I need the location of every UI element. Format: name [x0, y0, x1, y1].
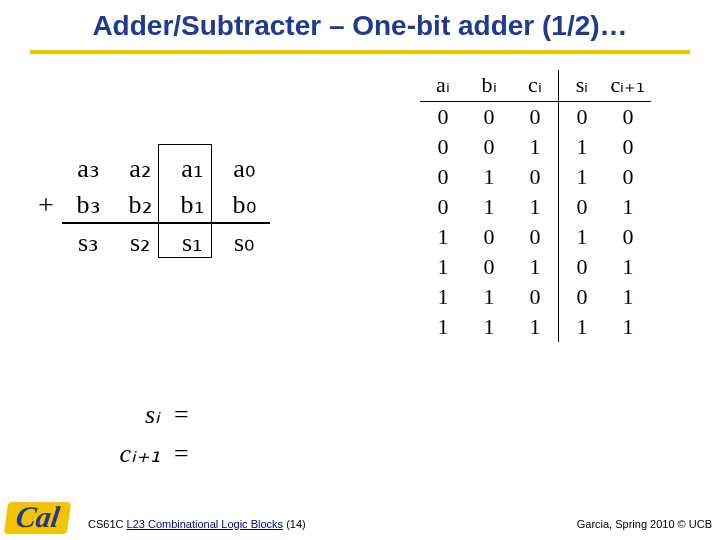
- eq-si-eq: =: [174, 395, 189, 434]
- equations-block: sᵢ = cᵢ₊₁ =: [90, 395, 189, 473]
- truth-cell: 0: [559, 192, 606, 222]
- truth-cell: 1: [466, 192, 512, 222]
- slide: Adder/Subtracter – One-bit adder (1/2)… …: [0, 0, 720, 540]
- truth-cell: 0: [420, 192, 466, 222]
- s1: s₁: [166, 223, 218, 260]
- s2: s₂: [114, 223, 166, 260]
- footer-page-num: (14): [283, 518, 306, 530]
- truth-cell: 0: [420, 132, 466, 162]
- truth-table: aᵢ bᵢ cᵢ sᵢ cᵢ₊₁ 00000001100101001101100…: [420, 70, 651, 342]
- row-a: a₃ a₂ a₁ a₀: [30, 150, 270, 186]
- th-ci1: cᵢ₊₁: [605, 70, 651, 102]
- truth-cell: 1: [420, 252, 466, 282]
- truth-cell: 1: [420, 282, 466, 312]
- truth-cell: 1: [559, 222, 606, 252]
- truth-cell: 1: [420, 312, 466, 342]
- b3: b₃: [62, 186, 114, 223]
- a2: a₂: [114, 150, 166, 186]
- b0: b₀: [218, 186, 270, 223]
- truth-cell: 1: [512, 192, 559, 222]
- truth-cell: 0: [605, 102, 651, 133]
- truth-row: 10010: [420, 222, 651, 252]
- eq-si: sᵢ =: [90, 395, 189, 434]
- truth-cell: 0: [559, 252, 606, 282]
- truth-cell: 1: [559, 162, 606, 192]
- truth-cell: 0: [466, 252, 512, 282]
- truth-row: 01010: [420, 162, 651, 192]
- truth-cell: 1: [512, 132, 559, 162]
- footer-right: Garcia, Spring 2010 © UCB: [577, 518, 712, 530]
- row-s: s₃ s₂ s₁ s₀: [30, 223, 270, 260]
- truth-cell: 0: [512, 222, 559, 252]
- truth-cell: 0: [605, 132, 651, 162]
- truth-row: 01101: [420, 192, 651, 222]
- truth-cell: 0: [605, 162, 651, 192]
- truth-cell: 1: [466, 312, 512, 342]
- eq-ci1-eq: =: [174, 434, 189, 473]
- truth-cell: 0: [512, 102, 559, 133]
- truth-cell: 0: [512, 162, 559, 192]
- truth-cell: 1: [420, 222, 466, 252]
- footer-course: CS61C: [88, 518, 127, 530]
- s3: s₃: [62, 223, 114, 260]
- footer-lecture-link: L23 Combinational Logic Blocks: [127, 518, 284, 530]
- truth-cell: 1: [559, 312, 606, 342]
- truth-row: 11111: [420, 312, 651, 342]
- a1: a₁: [166, 150, 218, 186]
- s0: s₀: [218, 223, 270, 260]
- cal-logo: Cal: [4, 502, 72, 534]
- truth-cell: 1: [605, 252, 651, 282]
- eq-si-lhs: sᵢ: [90, 395, 174, 434]
- truth-cell: 1: [466, 282, 512, 312]
- truth-cell: 0: [466, 222, 512, 252]
- truth-cell: 1: [512, 252, 559, 282]
- th-si: sᵢ: [559, 70, 606, 102]
- truth-cell: 1: [559, 132, 606, 162]
- b1: b₁: [166, 186, 218, 223]
- b2: b₂: [114, 186, 166, 223]
- footer-left: CS61C L23 Combinational Logic Blocks (14…: [88, 518, 306, 530]
- truth-cell: 0: [420, 162, 466, 192]
- truth-cell: 0: [559, 102, 606, 133]
- truth-cell: 0: [559, 282, 606, 312]
- truth-row: 00000: [420, 102, 651, 133]
- truth-cell: 1: [605, 192, 651, 222]
- row-b: + b₃ b₂ b₁ b₀: [30, 186, 270, 223]
- truth-cell: 1: [466, 162, 512, 192]
- truth-row: 11001: [420, 282, 651, 312]
- truth-row: 10101: [420, 252, 651, 282]
- a3: a₃: [62, 150, 114, 186]
- truth-cell: 0: [512, 282, 559, 312]
- eq-ci1: cᵢ₊₁ =: [90, 434, 189, 473]
- page-title: Adder/Subtracter – One-bit adder (1/2)…: [0, 10, 720, 42]
- plus-sign: +: [30, 186, 62, 223]
- truth-cell: 1: [512, 312, 559, 342]
- eq-ci1-lhs: cᵢ₊₁: [90, 434, 174, 473]
- truth-header-row: aᵢ bᵢ cᵢ sᵢ cᵢ₊₁: [420, 70, 651, 102]
- truth-cell: 0: [466, 102, 512, 133]
- truth-cell: 1: [605, 282, 651, 312]
- truth-cell: 1: [605, 312, 651, 342]
- th-ci: cᵢ: [512, 70, 559, 102]
- truth-cell: 0: [466, 132, 512, 162]
- addition-block: a₃ a₂ a₁ a₀ + b₃ b₂ b₁ b₀ s₃ s₂ s₁ s₀: [30, 150, 270, 260]
- th-ai: aᵢ: [420, 70, 466, 102]
- truth-cell: 0: [605, 222, 651, 252]
- title-underline: [30, 50, 690, 54]
- addition-table: a₃ a₂ a₁ a₀ + b₃ b₂ b₁ b₀ s₃ s₂ s₁ s₀: [30, 150, 270, 260]
- truth-row: 00110: [420, 132, 651, 162]
- truth-cell: 0: [420, 102, 466, 133]
- a0: a₀: [218, 150, 270, 186]
- th-bi: bᵢ: [466, 70, 512, 102]
